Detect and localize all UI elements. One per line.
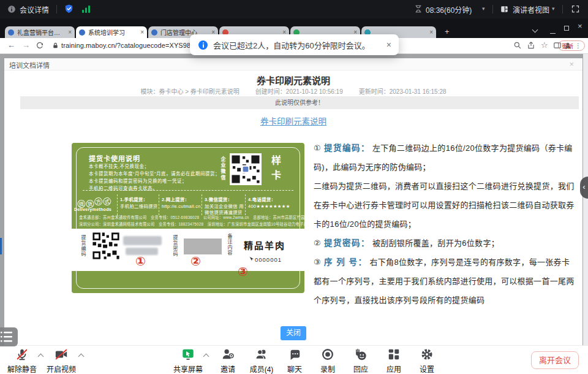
doc-meta: 模块：券卡中心 > 券卡印刷元素说明 创建时间：2021-10-12 10:56… bbox=[4, 86, 582, 96]
marker-1: ① bbox=[135, 254, 146, 269]
modal-close-icon[interactable]: × bbox=[569, 59, 574, 69]
apps-grid-icon bbox=[387, 348, 401, 361]
view-mode-label[interactable]: 演讲者视图 bbox=[513, 4, 549, 15]
info-icon bbox=[198, 40, 208, 50]
gear-icon bbox=[420, 348, 434, 361]
window-maximize-icon[interactable] bbox=[564, 25, 569, 32]
new-tab-button[interactable]: + bbox=[445, 27, 450, 36]
record-icon bbox=[321, 348, 334, 361]
card-fine-print-2: 深圳分公司：深圳金禾通网络技术有限公司 业务专线：18823475028 深圳地… bbox=[79, 221, 298, 227]
meeting-toast: 会议已超过2人，自动转为60分钟限时会议。 × bbox=[190, 34, 399, 55]
record-button[interactable]: 录制 bbox=[309, 348, 346, 374]
reference-notice: 此说明仅供参考！ bbox=[20, 96, 579, 109]
fullscreen-icon[interactable] bbox=[571, 4, 580, 15]
tab-favicon bbox=[151, 29, 157, 36]
security-shield-icon[interactable] bbox=[64, 4, 74, 16]
article-item-3: ③序 列 号：右下角8位数字，序列号是连号的有序数字，每一张券卡都有一个序列号，… bbox=[314, 253, 575, 310]
timer-caret-icon[interactable]: ▾ bbox=[482, 6, 485, 12]
article-item-1: ①提货编码：左下角二维码边上的16位/20位数字为提货编码（券卡编码)，此编码为… bbox=[314, 139, 575, 177]
members-icon bbox=[255, 348, 268, 361]
share-icon[interactable] bbox=[527, 41, 535, 52]
tab-label: 礼盒营销平台管理中心 bbox=[17, 28, 66, 37]
share-screen-button[interactable]: 共享屏幕 bbox=[170, 348, 206, 374]
meeting-timer: 08:36(60分钟) bbox=[426, 4, 472, 15]
network-signal-icon[interactable] bbox=[82, 5, 91, 15]
back-icon[interactable]: ← bbox=[7, 40, 15, 50]
meeting-info-icon[interactable] bbox=[7, 5, 16, 15]
meeting-top-bar: 会议详情 08:36(60分钟) ▾ 演讲者视图 ▾ bbox=[0, 0, 588, 18]
video-options-caret[interactable] bbox=[79, 353, 84, 358]
reaction-emoji-icon bbox=[354, 348, 368, 361]
product-name: 精品羊肉 bbox=[244, 239, 285, 251]
start-video-button[interactable]: 开启视频 bbox=[43, 348, 80, 374]
share-screen-icon bbox=[181, 348, 195, 361]
layout-view-icon[interactable] bbox=[500, 5, 509, 15]
zoom-icon[interactable] bbox=[513, 41, 522, 52]
card-usage-title: 提货卡使用说明 bbox=[89, 153, 140, 163]
modal-close-button[interactable]: 关闭 bbox=[281, 326, 306, 340]
tab-close-icon[interactable]: × bbox=[429, 29, 433, 36]
tab-favicon bbox=[8, 29, 14, 36]
method-1: 1.手机提货：手机拍二维码提货 bbox=[120, 197, 158, 210]
tab-close-icon[interactable]: × bbox=[140, 29, 144, 36]
toast-close-icon[interactable]: × bbox=[386, 40, 391, 50]
settings-button[interactable]: 设置 bbox=[409, 348, 445, 374]
window-close-icon[interactable]: × bbox=[578, 21, 582, 31]
doc-title: 券卡印刷元素说明 bbox=[4, 74, 582, 86]
article-item-1-cont: 二维码为提货二维码，消费者可以直接扫这个二维码进行兑换提货，我们在券卡中心进行券… bbox=[314, 177, 575, 234]
camera-off-icon bbox=[55, 348, 68, 361]
modal-header: 培训文档详情 × bbox=[4, 58, 582, 71]
invite-icon bbox=[221, 348, 235, 361]
sample-card-image: 提货卡使用说明 本卡概不挂失,不兑换现金； 本卡提货期为本年度“月中旬至”月底，… bbox=[72, 143, 304, 293]
bookmark-star-icon[interactable]: ☆ bbox=[541, 40, 548, 50]
leave-meeting-button[interactable]: 离开会议 bbox=[531, 351, 579, 369]
refresh-icon[interactable] bbox=[36, 41, 44, 52]
floating-notes-button[interactable] bbox=[0, 327, 18, 346]
members-button[interactable]: 成员(4) bbox=[243, 348, 280, 374]
delivery-methods-subtitle: Deliverymethods bbox=[74, 207, 111, 212]
blurred-pickup-code bbox=[123, 236, 162, 245]
toast-text: 会议已超过2人，自动转为60分钟限时会议。 bbox=[213, 39, 386, 51]
marker-3: ③ bbox=[238, 264, 248, 279]
invite-button[interactable]: 邀请 bbox=[209, 348, 246, 374]
chat-button[interactable]: 聊天 bbox=[276, 348, 313, 374]
meeting-bottom-toolbar: 解除静音 开启视频 共享屏幕 邀请 成员(4) 聊天 录制 回应 应用 设置 离… bbox=[0, 345, 588, 374]
pickup-qr-code bbox=[92, 232, 120, 260]
share-options-caret[interactable] bbox=[204, 353, 209, 358]
update-label: 更新 bbox=[562, 42, 573, 50]
method-2: 2.网上提货：http://e.cutmall.cn bbox=[162, 197, 201, 210]
meta-module: 模块：券卡中心 > 券卡印刷元素说明 bbox=[140, 86, 239, 96]
divider bbox=[562, 5, 563, 13]
method-3: 3.微信提货：加关注企业微信 用微信提货通道提货 bbox=[205, 197, 244, 216]
modal-header-title: 培训文档详情 bbox=[9, 60, 50, 70]
doc-link[interactable]: 券卡印刷元素说明 bbox=[4, 115, 582, 127]
background-sidebar-fragment bbox=[0, 238, 2, 254]
kebab-menu-icon[interactable]: ⋮ bbox=[575, 42, 581, 49]
wechat-qr-code bbox=[230, 153, 262, 185]
tab-label: 系统培训学习 bbox=[88, 28, 138, 37]
serial-number: 0000001 bbox=[255, 256, 282, 263]
article-item-2: ②提货密码：被刮刮银所覆盖，刮开为6位数字； bbox=[314, 234, 575, 253]
browser-tab-1[interactable]: 礼盒营销平台管理中心 × bbox=[5, 26, 75, 38]
method-4: 4.电话提货：400★★★★★★★★ bbox=[248, 197, 301, 210]
unmute-button[interactable]: 解除静音 bbox=[4, 348, 40, 374]
forward-icon[interactable]: → bbox=[22, 40, 30, 50]
training-doc-modal: 培训文档详情 × 券卡印刷元素说明 模块：券卡中心 > 券卡印刷元素说明 创建时… bbox=[4, 58, 582, 345]
panel-collapse-handle[interactable]: ‹ bbox=[580, 177, 588, 199]
card-code-strip: 提货编码 提货密码 备注内容 精品羊肉 0000001 bbox=[72, 229, 304, 271]
browser-update-button[interactable]: 更新 ⋮ bbox=[558, 40, 585, 51]
card-fine-print-1: 金禾通总部：苏州金禾通软件有限公司 业务专线：0512-69836028 公司网… bbox=[79, 215, 298, 220]
scratch-area bbox=[184, 239, 222, 254]
chevron-left-icon: ‹ bbox=[582, 182, 585, 191]
page-scrollbar[interactable] bbox=[583, 54, 588, 345]
serial-number-row: 0000001 bbox=[249, 256, 282, 263]
view-caret-icon[interactable]: ▾ bbox=[552, 6, 555, 12]
window-minimize-icon[interactable] bbox=[550, 28, 556, 35]
apps-button[interactable]: 应用 bbox=[375, 348, 412, 374]
window-chevron-icon[interactable] bbox=[533, 26, 537, 33]
reactions-button[interactable]: 回应 bbox=[342, 348, 379, 374]
browser-tab-2-active[interactable]: 系统培训学习 × bbox=[76, 26, 147, 38]
divider bbox=[492, 5, 493, 13]
tab-close-icon[interactable]: × bbox=[68, 29, 72, 36]
lock-icon[interactable] bbox=[52, 42, 59, 52]
